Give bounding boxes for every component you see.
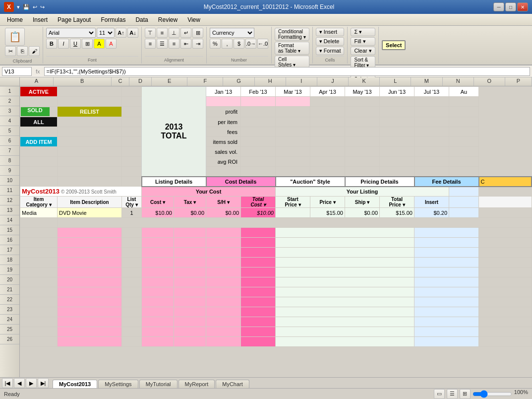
align-center-button[interactable]: ☰ [157,39,168,49]
sheet-tab-mysettings[interactable]: MySettings [98,380,138,388]
bold-button[interactable]: B [46,39,57,49]
cell-pricing-details[interactable]: Pricing Details [345,177,414,187]
cell-G21[interactable] [241,287,276,297]
conditional-formatting-button[interactable]: ConditionalFormatting ▾ [275,28,309,41]
cell-H17[interactable] [276,248,414,258]
cell-A21[interactable] [20,287,58,297]
cell-year-total[interactable]: 2013TOTAL [142,87,206,177]
decrease-decimal-button[interactable]: ←.0 [257,39,268,49]
number-format-select[interactable]: Currency [210,28,254,38]
cell-G5-fees[interactable]: fees [206,127,241,137]
cell-K7[interactable] [345,147,380,157]
cell-total-cost[interactable]: $10.00 [241,208,276,218]
cell-H6[interactable] [241,137,276,147]
cell-A25[interactable] [20,327,58,337]
sheet-nav-last[interactable]: ▶| [38,378,49,388]
col-header-extra[interactable] [449,197,479,208]
cell-C17[interactable] [122,248,142,258]
cell-H23[interactable] [276,307,414,317]
col-header-F[interactable]: F [187,77,223,86]
cell-B19[interactable] [58,267,122,277]
normal-view-button[interactable]: ▭ [434,389,445,399]
cell-B16[interactable] [58,238,122,248]
row-num-15[interactable]: 15 [0,225,19,235]
cell-L20[interactable] [414,277,479,287]
cell-end-col[interactable] [479,208,532,218]
col-header-H[interactable]: H [255,77,286,86]
cell-C23[interactable] [122,307,142,317]
cell-M2[interactable] [414,97,449,107]
cell-L19[interactable] [414,267,479,277]
font-name-select[interactable]: Arial [46,28,96,38]
fill-button[interactable]: Fill ▾ [351,37,375,46]
page-layout-view-button[interactable]: ☰ [447,389,458,399]
cell-B6[interactable] [58,137,122,147]
cell-A2[interactable] [20,97,58,107]
cell-F16[interactable] [206,238,241,248]
cell-B10[interactable] [58,177,122,187]
cell-C20[interactable] [122,277,142,287]
cell-D15[interactable] [142,228,174,238]
cell-K1-month[interactable]: May '13 [345,87,380,97]
menu-page-layout[interactable]: Page Layout [53,15,96,24]
cell-M1-month[interactable]: Jul '13 [414,87,449,97]
page-break-view-button[interactable]: ⊞ [460,389,471,399]
cell-C19[interactable] [122,267,142,277]
cell-B24[interactable] [58,317,122,327]
col-header-item-desc[interactable]: Item Description [58,197,122,208]
cell-C25[interactable] [122,327,142,337]
cell-A3-sold[interactable]: SOLD [20,107,50,117]
cell-C1[interactable] [122,87,142,97]
cell-A22[interactable] [20,297,58,307]
cell-D24[interactable] [142,317,174,327]
cell-N17[interactable] [479,248,532,258]
cell-H7[interactable] [241,147,276,157]
cell-E21[interactable] [174,287,206,297]
cell-E17[interactable] [174,248,206,258]
cell-A8[interactable] [20,157,58,167]
cell-A14[interactable] [20,218,58,228]
paste-button[interactable]: 📋 [5,28,25,46]
insert-cells-button[interactable]: ▾ Insert [316,28,345,36]
cell-N1-month[interactable]: Au [449,87,479,97]
cell-A10[interactable] [20,177,58,187]
cell-J2[interactable] [310,97,345,107]
align-right-button[interactable]: ≡ [169,39,179,49]
cell-B2[interactable] [58,97,122,107]
cell-B15[interactable] [58,228,122,238]
cell-L22[interactable] [414,297,479,307]
cell-I8[interactable] [276,157,310,167]
increase-indent-button[interactable]: ⇥ [192,39,203,49]
col-header-more[interactable] [479,197,532,208]
cell-E23[interactable] [174,307,206,317]
cell-D23[interactable] [142,307,174,317]
row-num-10[interactable]: 10 [0,176,19,186]
cell-price[interactable]: $15.00 [310,208,345,218]
cell-J1-month[interactable]: Apr '13 [310,87,345,97]
menu-formulas[interactable]: Formulas [96,15,130,24]
row-num-13[interactable]: 13 [0,205,19,215]
cell-K9[interactable] [345,167,380,177]
cell-B1[interactable] [58,87,122,97]
cell-B5[interactable] [58,127,122,137]
cell-B3-relist[interactable]: RELIST [58,107,122,117]
cell-N8[interactable] [449,157,479,167]
sheet-tab-mytutorial[interactable]: MyTutorial [139,380,177,388]
cell-G18[interactable] [241,258,276,267]
format-as-table-button[interactable]: Formatas Table ▾ [275,42,309,55]
col-header-M[interactable]: M [411,77,442,86]
cell-I2[interactable] [276,97,310,107]
italic-button[interactable]: I [58,39,69,49]
cell-A1-active[interactable]: ACTIVE [20,87,58,97]
cell-E20[interactable] [174,277,206,287]
cell-F15[interactable] [206,228,241,238]
cell-N23[interactable] [479,307,532,317]
clear-button[interactable]: Clear ▾ [351,47,375,55]
align-left-button[interactable]: ≡ [145,39,156,49]
quick-access-undo[interactable]: ↩ [33,4,37,10]
cell-G16[interactable] [241,238,276,248]
col-header-tax[interactable]: Tax ▾ [174,197,206,208]
cell-G19[interactable] [241,267,276,277]
format-painter-button[interactable]: 🖌 [29,46,40,56]
cell-N16[interactable] [479,238,532,248]
